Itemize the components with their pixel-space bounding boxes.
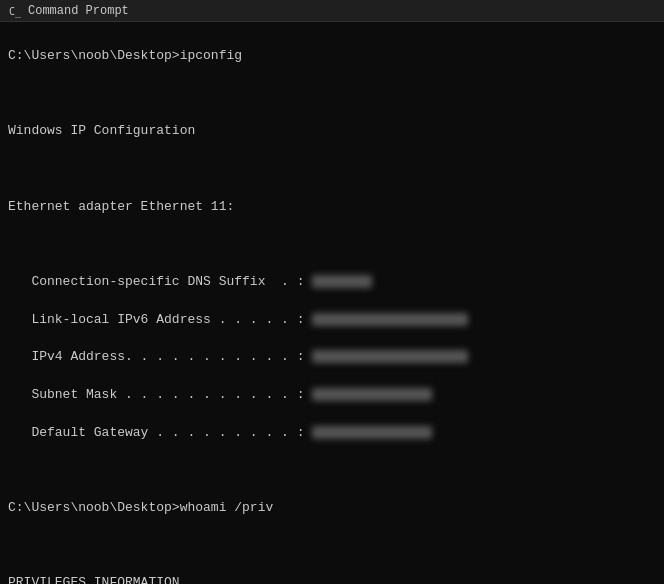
subnet-label: Subnet Mask . . . . . . . . . . . : xyxy=(8,387,312,402)
line-priv-header: PRIVILEGES INFORMATION xyxy=(8,574,656,584)
line-cmd1: C:\Users\noob\Desktop>ipconfig xyxy=(8,47,656,66)
line-cmd2: C:\Users\noob\Desktop>whoami /priv xyxy=(8,499,656,518)
line-gateway: Default Gateway . . . . . . . . . : xxxx… xyxy=(8,424,656,443)
line-ipv6: Link-local IPv6 Address . . . . . : xxxx… xyxy=(8,311,656,330)
line-blank1 xyxy=(8,85,656,104)
line-blank5 xyxy=(8,537,656,556)
ipv6-value-blurred: xxxxxxxxxxxxxxxxxxxx xyxy=(312,313,468,326)
ipv4-label: IPv4 Address. . . . . . . . . . . : xyxy=(8,349,312,364)
line-dns: Connection-specific DNS Suffix . : xxx xyxy=(8,273,656,292)
title-bar: C_ Command Prompt xyxy=(0,0,664,22)
terminal-output: C:\Users\noob\Desktop>ipconfig Windows I… xyxy=(0,22,664,584)
line-blank4 xyxy=(8,461,656,480)
line-ethernet-header: Ethernet adapter Ethernet 11: xyxy=(8,198,656,217)
ipv4-value-blurred: xxxxxxxxxxxxxxxxxxxx xyxy=(312,350,468,363)
dns-value-blurred: xxx xyxy=(312,275,372,288)
dns-label: Connection-specific DNS Suffix . : xyxy=(8,274,312,289)
ipv6-label: Link-local IPv6 Address . . . . . : xyxy=(8,312,312,327)
line-win-ip: Windows IP Configuration xyxy=(8,122,656,141)
line-blank2 xyxy=(8,160,656,179)
gateway-label: Default Gateway . . . . . . . . . : xyxy=(8,425,312,440)
cmd-icon: C_ xyxy=(8,4,22,18)
line-subnet: Subnet Mask . . . . . . . . . . . : xxxx… xyxy=(8,386,656,405)
subnet-value-blurred: xxxxxxxxxxxxxxx xyxy=(312,388,432,401)
svg-text:C_: C_ xyxy=(9,6,22,18)
line-blank3 xyxy=(8,235,656,254)
gateway-value-blurred: xxxxxxxxxxxxxxx xyxy=(312,426,432,439)
line-ipv4: IPv4 Address. . . . . . . . . . . : xxxx… xyxy=(8,348,656,367)
window-title: Command Prompt xyxy=(28,4,129,18)
